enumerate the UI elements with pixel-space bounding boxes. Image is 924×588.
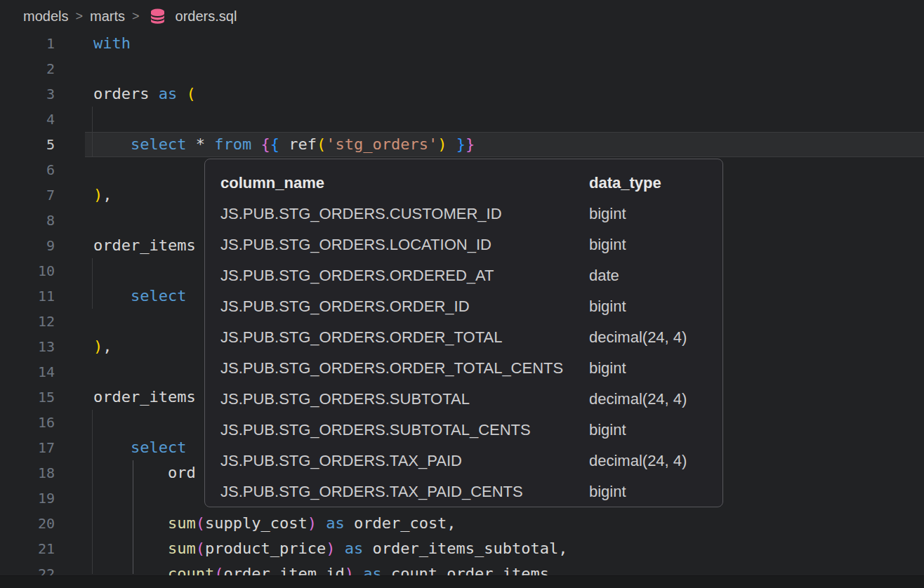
line-number[interactable]: 13	[0, 334, 55, 359]
code-text	[55, 486, 93, 511]
line-number[interactable]: 11	[0, 283, 55, 309]
code-text: select	[55, 283, 186, 309]
code-text: order_items	[55, 385, 196, 410]
popup-rows: JS.PUB.STG_ORDERS.CUSTOMER_IDbigintJS.PU…	[205, 199, 722, 507]
popup-cell-column-name: JS.PUB.STG_ORDERS.SUBTOTAL_CENTS	[220, 415, 589, 446]
line-number[interactable]: 8	[0, 208, 55, 233]
popup-cell-data-type: bigint	[589, 353, 707, 384]
popup-header-data-type: data_type	[589, 168, 707, 199]
breadcrumb-item-marts[interactable]: marts	[90, 8, 125, 25]
breadcrumb-file-name[interactable]: orders.sql	[176, 8, 237, 25]
code-line[interactable]: 5 select * from {{ ref('stg_orders') }}	[0, 132, 924, 157]
popup-cell-data-type: date	[589, 260, 707, 291]
line-number[interactable]: 6	[0, 157, 55, 182]
line-number[interactable]: 20	[0, 511, 55, 536]
breadcrumb-separator: >	[132, 9, 140, 24]
line-number[interactable]: 21	[0, 536, 55, 561]
code-text: sum(product_price) as order_items_subtot…	[55, 536, 568, 561]
editor-window: models > marts > orders.sql 1with23order…	[0, 0, 924, 588]
popup-cell-column-name: JS.PUB.STG_ORDERS.TAX_PAID	[220, 446, 589, 476]
popup-cell-data-type: decimal(24, 4)	[589, 322, 707, 353]
code-line[interactable]: 20 sum(supply_cost) as order_cost,	[0, 511, 924, 536]
code-text: ),	[55, 334, 112, 359]
popup-cell-column-name: JS.PUB.STG_ORDERS.ORDER_ID	[220, 291, 589, 322]
line-number[interactable]: 9	[0, 233, 55, 258]
line-number[interactable]: 19	[0, 486, 55, 511]
popup-table-row: JS.PUB.STG_ORDERS.CUSTOMER_IDbigint	[205, 199, 722, 229]
popup-cell-column-name: JS.PUB.STG_ORDERS.SUBTOTAL	[220, 384, 589, 415]
database-icon	[148, 7, 167, 26]
popup-table-row: JS.PUB.STG_ORDERS.ORDER_TOTAL_CENTSbigin…	[205, 353, 722, 384]
line-number[interactable]: 12	[0, 309, 55, 334]
popup-cell-data-type: bigint	[589, 476, 707, 507]
popup-cell-column-name: JS.PUB.STG_ORDERS.ORDER_TOTAL	[220, 322, 589, 353]
popup-table-row: JS.PUB.STG_ORDERS.LOCATION_IDbigint	[205, 229, 722, 260]
code-text: select	[55, 435, 186, 460]
line-number[interactable]: 4	[0, 107, 55, 132]
line-number[interactable]: 18	[0, 460, 55, 486]
popup-cell-data-type: bigint	[589, 415, 707, 446]
popup-cell-column-name: JS.PUB.STG_ORDERS.LOCATION_ID	[220, 229, 589, 260]
popup-header-row: column_name data_type	[205, 168, 722, 199]
popup-cell-column-name: JS.PUB.STG_ORDERS.TAX_PAID_CENTS	[220, 476, 589, 507]
popup-cell-data-type: bigint	[589, 291, 707, 322]
popup-header-column-name: column_name	[220, 168, 589, 199]
code-text	[55, 208, 93, 233]
line-number[interactable]: 16	[0, 410, 55, 435]
popup-table-row: JS.PUB.STG_ORDERS.SUBTOTALdecimal(24, 4)	[205, 384, 722, 415]
code-text: orders as (	[55, 81, 196, 107]
code-text: select * from {{ ref('stg_orders') }}	[55, 132, 475, 157]
code-line[interactable]: 3orders as (	[0, 81, 924, 107]
breadcrumb: models > marts > orders.sql	[0, 0, 924, 32]
code-text: ord	[55, 460, 196, 486]
line-number[interactable]: 2	[0, 56, 55, 81]
popup-table-row: JS.PUB.STG_ORDERS.TAX_PAIDdecimal(24, 4)	[205, 446, 722, 476]
code-line[interactable]: 1with	[0, 31, 924, 56]
line-number[interactable]: 7	[0, 182, 55, 208]
line-number[interactable]: 14	[0, 359, 55, 385]
line-number[interactable]: 17	[0, 435, 55, 460]
code-text	[55, 56, 93, 81]
code-text: ),	[55, 182, 112, 208]
line-number[interactable]: 5	[0, 132, 55, 157]
code-text	[55, 359, 93, 385]
code-text: sum(supply_cost) as order_cost,	[55, 511, 456, 536]
code-line[interactable]: 4	[0, 107, 924, 132]
editor-bottom-strip	[0, 575, 924, 588]
popup-cell-column-name: JS.PUB.STG_ORDERS.CUSTOMER_ID	[220, 199, 589, 229]
line-number[interactable]: 15	[0, 385, 55, 410]
popup-cell-column-name: JS.PUB.STG_ORDERS.ORDER_TOTAL_CENTS	[220, 353, 589, 384]
line-number[interactable]: 1	[0, 31, 55, 56]
code-text	[55, 309, 93, 334]
popup-table-row: JS.PUB.STG_ORDERS.SUBTOTAL_CENTSbigint	[205, 415, 722, 446]
popup-table-row: JS.PUB.STG_ORDERS.TAX_PAID_CENTSbigint	[205, 476, 722, 507]
popup-table-row: JS.PUB.STG_ORDERS.ORDER_IDbigint	[205, 291, 722, 322]
code-text	[55, 410, 93, 435]
code-text: order_items	[55, 233, 196, 258]
breadcrumb-separator: >	[75, 9, 83, 24]
popup-cell-data-type: bigint	[589, 229, 707, 260]
line-number[interactable]: 10	[0, 258, 55, 283]
popup-table-row: JS.PUB.STG_ORDERS.ORDERED_ATdate	[205, 260, 722, 291]
code-line[interactable]: 21 sum(product_price) as order_items_sub…	[0, 536, 924, 561]
column-metadata-popup: column_name data_type JS.PUB.STG_ORDERS.…	[204, 159, 723, 507]
popup-cell-data-type: decimal(24, 4)	[589, 446, 707, 476]
code-text	[55, 258, 93, 283]
breadcrumb-item-models[interactable]: models	[23, 8, 68, 25]
popup-cell-data-type: decimal(24, 4)	[589, 384, 707, 415]
popup-table-row: JS.PUB.STG_ORDERS.ORDER_TOTALdecimal(24,…	[205, 322, 722, 353]
code-text	[55, 157, 93, 182]
code-line[interactable]: 2	[0, 56, 924, 81]
popup-cell-data-type: bigint	[589, 199, 707, 229]
code-text	[55, 107, 93, 132]
line-number[interactable]: 3	[0, 81, 55, 107]
popup-cell-column-name: JS.PUB.STG_ORDERS.ORDERED_AT	[220, 260, 589, 291]
code-text: with	[55, 31, 131, 56]
